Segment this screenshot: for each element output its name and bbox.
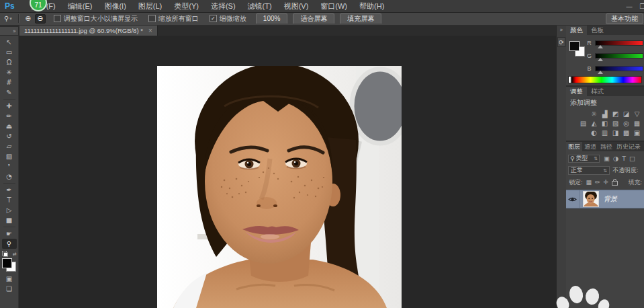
tab-adjustments[interactable]: 调整 <box>566 87 587 96</box>
quick-mask-button[interactable]: ▣ <box>2 274 17 284</box>
channel-thumb-b[interactable] <box>598 71 603 74</box>
adjustment-brightness-contrast[interactable]: ☼ <box>590 110 598 118</box>
tool-move[interactable]: ↖ <box>2 37 17 47</box>
tool-eyedropper[interactable]: ✎ <box>2 87 17 98</box>
tab-color[interactable]: 颜色 <box>566 26 587 35</box>
tool-clone-stamp[interactable]: ⏏ <box>2 121 17 131</box>
adjustment-gradient-map[interactable]: ▩ <box>622 128 631 137</box>
tool-lasso[interactable]: Ω <box>2 57 17 67</box>
button-fill-screen[interactable]: 填充屏幕 <box>340 13 381 24</box>
adjustment-channel-mixer[interactable]: ◎ <box>622 119 631 127</box>
color-spectrum-ramp[interactable] <box>568 76 642 83</box>
tab-layers[interactable]: 图层 <box>566 142 582 151</box>
layer-thumbnail[interactable] <box>583 191 599 207</box>
adjustment-invert[interactable]: ◐ <box>590 128 598 137</box>
menu-item-image[interactable]: 图像(I) <box>98 0 132 12</box>
filter-type-icon[interactable]: T <box>622 155 626 162</box>
tool-eraser[interactable]: ▱ <box>2 141 17 151</box>
lock-transparency-icon[interactable]: ▦ <box>586 179 592 186</box>
adjustment-selective-color[interactable]: ▣ <box>633 128 641 137</box>
adjustment-posterize[interactable]: ▥ <box>600 128 609 137</box>
tab-history[interactable]: 历史记录 <box>614 142 643 151</box>
menu-item-edit[interactable]: 编辑(E) <box>62 0 99 12</box>
tab-channels[interactable]: 通道 <box>582 142 598 151</box>
checkbox-box-zoom-all-windows[interactable] <box>148 15 156 22</box>
lock-all-icon[interactable] <box>612 181 618 186</box>
foreground-color-swatch[interactable] <box>2 258 12 268</box>
tool-quick-selection[interactable]: ✳ <box>2 67 17 77</box>
lock-position-icon[interactable]: ✛ <box>604 179 609 186</box>
menu-item-type[interactable]: 类型(Y) <box>168 0 205 12</box>
filter-pixel-icon[interactable]: ▣ <box>604 155 610 162</box>
zoom-in-button[interactable]: ⊕ <box>23 14 34 24</box>
layer-row-background[interactable]: 背景 <box>566 190 644 208</box>
tool-history-brush[interactable]: ↺ <box>2 131 17 141</box>
adjustment-hue-saturation[interactable]: ▤ <box>579 119 588 127</box>
screen-mode-button[interactable]: ❏ <box>2 284 17 294</box>
tool-gradient[interactable]: ▧ <box>2 151 17 161</box>
tab-swatches[interactable]: 色板 <box>587 26 608 35</box>
adjustment-black-white[interactable]: ◧ <box>600 119 609 127</box>
menu-item-help[interactable]: 帮助(H) <box>353 0 390 12</box>
history-panel-icon[interactable]: ⟳ <box>557 37 565 47</box>
adjustment-exposure[interactable]: ◪ <box>622 110 631 118</box>
layer-visibility-toggle[interactable] <box>566 190 580 208</box>
adjustment-photo-filter[interactable]: ▨ <box>611 119 620 127</box>
photoshop-window: Ps 文件(F)编辑(E)图像(I)图层(L)类型(Y)选择(S)滤镜(T)视图… <box>0 0 644 308</box>
tool-shape[interactable]: ■ <box>2 215 17 225</box>
document-title: 11111111111111111.jpg @ 60.9%(RGB/8) * <box>24 27 143 34</box>
maximize-button[interactable]: ❐ <box>636 3 644 10</box>
adjustment-curves[interactable]: ◩ <box>611 110 620 118</box>
tool-blur[interactable]: ❜ <box>2 161 17 171</box>
lock-pixels-icon[interactable]: ✏ <box>595 179 600 186</box>
adjustment-levels[interactable]: ▟ <box>600 110 609 118</box>
tools-panel-collapse[interactable]: » <box>0 27 18 35</box>
layer-name: 背景 <box>604 194 617 204</box>
checkbox-zoom-all-windows[interactable]: 缩放所有窗口 <box>148 14 199 24</box>
filter-shape-icon[interactable]: □ <box>629 155 635 162</box>
document-tab[interactable]: 11111111111111111.jpg @ 60.9%(RGB/8) * × <box>19 26 158 36</box>
channel-thumb-g[interactable] <box>598 58 603 61</box>
tool-dodge[interactable]: ◔ <box>2 171 17 182</box>
tool-hand[interactable]: ☛ <box>2 229 17 239</box>
close-tab-icon[interactable]: × <box>148 27 152 34</box>
checkbox-scrubby-zoom[interactable]: ✓细微缩放 <box>210 14 246 24</box>
zoom-tool-preset[interactable]: ⚲ ▾ <box>4 15 12 22</box>
canvas-photo[interactable] <box>157 66 402 308</box>
adjustment-vibrance[interactable]: ▽ <box>633 110 641 118</box>
tab-styles[interactable]: 样式 <box>587 87 608 96</box>
adjustment-color-lookup[interactable]: ▦ <box>633 119 641 127</box>
adjustment-color-balance[interactable]: ◭ <box>590 119 598 127</box>
menu-item-window[interactable]: 窗口(W) <box>314 0 353 12</box>
tool-spot-healing[interactable]: ✚ <box>2 101 17 111</box>
filter-adjustment-icon[interactable]: ◑ <box>613 155 618 162</box>
tool-pen[interactable]: ✒ <box>2 185 17 195</box>
minimize-button[interactable]: — <box>623 3 636 10</box>
checkbox-box-resize-windows[interactable] <box>54 15 61 22</box>
blend-mode-dropdown[interactable]: 正常 ⇅ <box>568 166 610 175</box>
panel-foreground-swatch[interactable] <box>569 41 580 51</box>
menu-item-view[interactable]: 视图(V) <box>278 0 315 12</box>
workspace-switcher-button[interactable]: 基本功能 <box>606 13 643 24</box>
layer-filter-dropdown[interactable]: ⚲ 类型 ⇅ <box>568 155 600 163</box>
tool-brush[interactable]: ✏ <box>2 111 17 121</box>
button-zoom-100[interactable]: 100% <box>256 13 288 24</box>
adjustment-threshold[interactable]: ◨ <box>611 128 620 137</box>
button-fit-screen[interactable]: 适合屏幕 <box>293 13 334 24</box>
tool-path-selection[interactable]: ▷ <box>2 205 17 215</box>
expand-dock-icon[interactable]: » <box>557 27 566 33</box>
zoom-out-button[interactable]: ⊖ <box>35 14 46 24</box>
menu-item-filter[interactable]: 滤镜(T) <box>242 0 278 12</box>
tool-crop[interactable]: # <box>2 77 17 87</box>
tool-zoom[interactable]: ⚲ <box>2 239 17 249</box>
menu-item-select[interactable]: 选择(S) <box>205 0 242 12</box>
menu-item-layer[interactable]: 图层(L) <box>132 0 168 12</box>
checkbox-box-scrubby-zoom[interactable]: ✓ <box>210 15 217 22</box>
checkbox-resize-windows[interactable]: 调整窗口大小以满屏显示 <box>54 14 138 24</box>
default-colors-icon[interactable] <box>2 251 8 257</box>
channel-thumb-r[interactable] <box>598 45 603 48</box>
swap-colors-icon[interactable]: ⇄ <box>13 252 17 257</box>
tab-paths[interactable]: 路径 <box>598 142 614 151</box>
tool-marquee[interactable]: ▭ <box>2 47 17 57</box>
tool-type[interactable]: T <box>2 195 17 205</box>
